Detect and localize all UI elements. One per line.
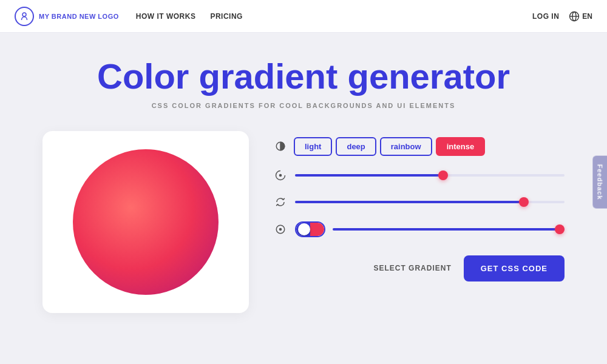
style-btn-intense[interactable]: intense [436,137,486,156]
hero-subtitle: CSS COLOR GRADIENTS FOR COOL BACKGROUNDS… [97,102,510,109]
nav-right: LOG IN EN [532,11,592,22]
language-selector[interactable]: EN [569,11,592,22]
slider2-track[interactable] [295,201,565,203]
login-button[interactable]: LOG IN [532,12,559,21]
gradient-circle [73,149,219,295]
gradient-preview-container [42,131,249,313]
globe-icon [569,11,580,22]
main-content: Color gradient generator CSS COLOR GRADI… [0,33,607,331]
style-buttons: light deep rainbow intense [294,137,485,156]
tool-area: light deep rainbow intense [42,131,565,313]
logo-text: MY BRAND NEW LOGO [39,13,119,20]
toggle-switch[interactable] [295,221,325,237]
circle-dot-icon [273,222,288,237]
nav-links: HOW IT WORKS PRICING [136,12,243,21]
style-btn-rainbow[interactable]: rainbow [380,137,432,156]
lang-label: EN [582,12,592,21]
slider3-track[interactable] [333,228,565,231]
svg-point-5 [279,174,282,177]
style-btn-deep[interactable]: deep [336,137,376,156]
slider1-track[interactable] [295,174,565,177]
contrast-icon [273,139,288,153]
logo-icon [15,7,34,26]
page-title: Color gradient generator [97,57,510,96]
svg-point-0 [22,13,26,16]
select-gradient-button[interactable]: SELECT GRADIENT [373,264,451,272]
nav-logo[interactable]: MY BRAND NEW LOGO [15,7,119,26]
bottom-row: SELECT GRADIENT GET CSS CODE [273,255,565,281]
controls-panel: light deep rainbow intense [273,131,565,281]
style-btn-light[interactable]: light [294,137,332,156]
hue-icon [273,168,288,183]
slider2-row [273,195,565,209]
navbar: MY BRAND NEW LOGO HOW IT WORKS PRICING L… [0,0,607,33]
style-row: light deep rainbow intense [273,137,565,156]
toggle-knob [298,223,310,235]
feedback-tab[interactable]: Feedback [593,156,607,209]
nav-how-it-works[interactable]: HOW IT WORKS [136,12,196,21]
slider1-row [273,168,565,183]
toggle-row [273,221,565,237]
nav-pricing[interactable]: PRICING [210,12,243,21]
refresh-icon [273,195,288,209]
hero-section: Color gradient generator CSS COLOR GRADI… [97,57,510,109]
get-css-button[interactable]: GET CSS CODE [464,255,565,281]
svg-point-7 [279,228,282,231]
